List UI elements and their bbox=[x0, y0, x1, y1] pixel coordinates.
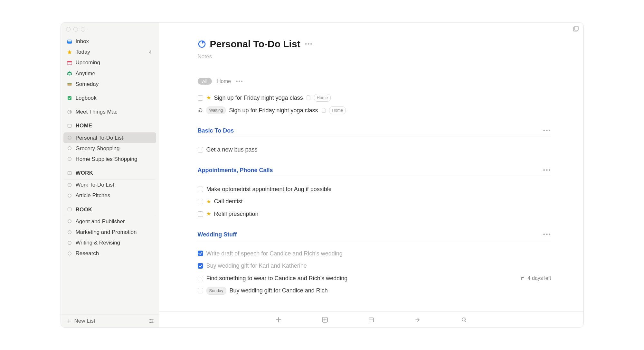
new-todo-button[interactable] bbox=[275, 316, 282, 324]
project-progress-icon bbox=[67, 156, 72, 162]
open-window-icon[interactable] bbox=[573, 26, 579, 32]
filter-more-icon[interactable]: ••• bbox=[236, 78, 243, 84]
sidebar-project[interactable]: Grocery Shopping bbox=[63, 143, 156, 154]
settings-icon[interactable] bbox=[148, 318, 154, 324]
close-icon[interactable] bbox=[66, 27, 71, 32]
section-heading[interactable]: Appointments, Phone Calls bbox=[198, 167, 273, 174]
today-star-icon: ★ bbox=[206, 199, 211, 204]
sidebar-project[interactable]: Marketing and Promotion bbox=[63, 227, 156, 237]
svg-point-20 bbox=[68, 252, 71, 255]
project-more-icon[interactable]: ••• bbox=[305, 41, 313, 48]
task-row[interactable]: Get a new bus pass bbox=[198, 143, 551, 156]
section: Appointments, Phone Calls•••Make optomet… bbox=[198, 167, 551, 220]
task-checkbox[interactable] bbox=[198, 288, 203, 293]
sidebar-project-label: Grocery Shopping bbox=[76, 144, 153, 153]
task-title[interactable]: Sign up for Friday night yoga class bbox=[229, 106, 318, 115]
task-checkbox[interactable] bbox=[198, 199, 203, 204]
project-progress-icon bbox=[67, 193, 72, 198]
task-title[interactable]: Write draft of speech for Candice and Ri… bbox=[206, 249, 343, 259]
sidebar-item-label: Today bbox=[76, 48, 146, 56]
task-row[interactable]: Buy wedding gift for Karl and Katherine bbox=[198, 260, 551, 272]
svg-rect-16 bbox=[68, 208, 71, 211]
new-list-button[interactable]: New List bbox=[66, 318, 95, 324]
task-tag[interactable]: Home bbox=[314, 94, 331, 102]
today-star-icon: ★ bbox=[206, 95, 211, 100]
svg-rect-4 bbox=[67, 61, 72, 62]
task-row[interactable]: Find something to wear to Candice and Ri… bbox=[198, 272, 551, 285]
task-row[interactable]: SundayBuy wedding gift for Candice and R… bbox=[198, 284, 551, 297]
sidebar-area-book[interactable]: BOOK bbox=[63, 204, 156, 216]
sidebar-item-logbook[interactable]: Logbook bbox=[63, 93, 156, 103]
task-row[interactable]: ★Refill prescription bbox=[198, 208, 551, 220]
repeat-icon bbox=[198, 107, 203, 113]
task-row[interactable]: ★Sign up for Friday night yoga classHome bbox=[198, 92, 551, 104]
sidebar-project[interactable]: Agent and Publisher bbox=[63, 216, 156, 227]
task-tag[interactable]: Home bbox=[329, 106, 346, 114]
task-checkbox[interactable] bbox=[198, 147, 203, 152]
sidebar-area-label: HOME bbox=[76, 121, 153, 130]
inbox-icon bbox=[67, 39, 72, 44]
new-list-label: New List bbox=[74, 318, 95, 324]
section-more-icon[interactable]: ••• bbox=[543, 127, 551, 134]
task-title[interactable]: Make optometrist appointment for Aug if … bbox=[206, 184, 332, 194]
task-checkbox[interactable] bbox=[198, 276, 203, 281]
sidebar-project[interactable]: Personal To-Do List bbox=[63, 133, 156, 143]
sidebar-project[interactable]: Work To-Do List bbox=[63, 180, 156, 190]
task-title[interactable]: Get a new bus pass bbox=[206, 145, 258, 155]
task-checkbox[interactable] bbox=[198, 95, 203, 101]
area-icon bbox=[67, 207, 72, 212]
sidebar-item-someday[interactable]: Someday bbox=[63, 79, 156, 89]
sidebar-area-home[interactable]: HOME bbox=[63, 120, 156, 132]
task-title[interactable]: Call dentist bbox=[214, 197, 243, 207]
task-title[interactable]: Find something to wear to Candice and Ri… bbox=[206, 273, 348, 283]
sidebar-item-label: Meet Things Mac bbox=[76, 107, 153, 116]
sidebar-item-label: Someday bbox=[76, 80, 153, 88]
section-more-icon[interactable]: ••• bbox=[543, 231, 551, 238]
notes-placeholder[interactable]: Notes bbox=[198, 53, 551, 60]
search-button[interactable] bbox=[460, 316, 468, 324]
filter-tag-home[interactable]: Home bbox=[217, 78, 231, 84]
svg-point-18 bbox=[68, 230, 71, 234]
area-icon bbox=[67, 123, 72, 129]
task-checkbox[interactable] bbox=[198, 211, 203, 217]
window-controls[interactable] bbox=[61, 23, 159, 33]
task-checkbox[interactable] bbox=[198, 263, 203, 269]
sidebar-item-label: Upcoming bbox=[76, 58, 153, 67]
sidebar-item-upcoming[interactable]: Upcoming bbox=[63, 57, 156, 68]
task-title[interactable]: Sign up for Friday night yoga class bbox=[214, 93, 303, 103]
svg-rect-6 bbox=[67, 83, 71, 84]
task-checkbox[interactable] bbox=[198, 251, 203, 256]
filter-all[interactable]: All bbox=[198, 78, 212, 85]
sidebar-item-meet[interactable]: Meet Things Mac bbox=[63, 106, 156, 117]
sidebar-project[interactable]: Article Pitches bbox=[63, 190, 156, 201]
sidebar-item-anytime[interactable]: Anytime bbox=[63, 68, 156, 79]
sidebar-item-inbox[interactable]: Inbox bbox=[63, 36, 156, 47]
sidebar-item-today[interactable]: Today 4 bbox=[63, 47, 156, 57]
task-title[interactable]: Buy wedding gift for Candice and Rich bbox=[230, 286, 328, 296]
minimize-icon[interactable] bbox=[73, 27, 78, 32]
task-row[interactable]: Write draft of speech for Candice and Ri… bbox=[198, 247, 551, 260]
task-title[interactable]: Refill prescription bbox=[214, 209, 259, 219]
sidebar-area-work[interactable]: WORK bbox=[63, 168, 156, 180]
svg-point-10 bbox=[68, 136, 71, 139]
task-row[interactable]: Make optometrist appointment for Aug if … bbox=[198, 183, 551, 196]
when-button[interactable] bbox=[367, 316, 375, 324]
new-heading-button[interactable] bbox=[321, 316, 329, 324]
stack-icon bbox=[67, 70, 72, 76]
sidebar-project-label: Writing & Revising bbox=[76, 238, 153, 247]
section-heading[interactable]: Basic To Dos bbox=[198, 127, 234, 134]
zoom-icon[interactable] bbox=[81, 27, 85, 32]
sidebar-project[interactable]: Writing & Revising bbox=[63, 237, 156, 248]
sidebar-project[interactable]: Research bbox=[63, 248, 156, 259]
task-title[interactable]: Buy wedding gift for Karl and Katherine bbox=[206, 261, 307, 271]
sidebar-project-label: Work To-Do List bbox=[76, 180, 153, 189]
svg-rect-13 bbox=[68, 171, 71, 175]
task-row[interactable]: WaitingSign up for Friday night yoga cla… bbox=[198, 104, 551, 117]
task-row[interactable]: ★Call dentist bbox=[198, 195, 551, 208]
sidebar-project[interactable]: Home Supplies Shopping bbox=[63, 154, 156, 164]
task-checkbox[interactable] bbox=[198, 187, 203, 192]
section-heading[interactable]: Wedding Stuff bbox=[198, 231, 237, 238]
move-button[interactable] bbox=[414, 316, 421, 324]
svg-point-17 bbox=[68, 220, 71, 223]
section-more-icon[interactable]: ••• bbox=[543, 167, 551, 174]
